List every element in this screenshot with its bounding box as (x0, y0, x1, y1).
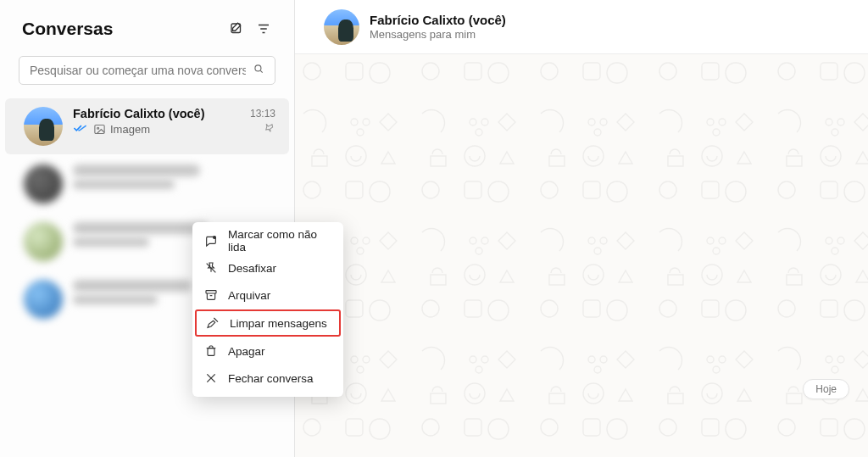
svg-point-4 (214, 237, 216, 239)
search-icon (253, 63, 264, 78)
sidebar: Conversas Fabrício Calixto (você) 13:13 (0, 0, 295, 457)
chat-time: 13:13 (250, 108, 275, 120)
sidebar-header: Conversas (0, 0, 294, 51)
svg-rect-13 (295, 54, 868, 457)
pin-icon (264, 122, 275, 137)
chat-header-subtitle: Mensagens para mim (370, 28, 506, 41)
unpin-icon (204, 261, 218, 275)
svg-rect-2 (95, 125, 104, 134)
svg-rect-6 (208, 348, 214, 356)
menu-label: Marcar como não lida (228, 228, 331, 254)
menu-clear-messages[interactable]: Limpar mensagens (195, 309, 341, 337)
menu-unpin[interactable]: Desafixar (192, 254, 343, 281)
blurred-text (73, 295, 158, 304)
doodle-background (295, 54, 868, 457)
search-field[interactable] (19, 56, 275, 85)
avatar (24, 280, 63, 319)
avatar (324, 9, 359, 45)
menu-close-chat[interactable]: Fechar conversa (192, 365, 343, 392)
chat-preview: Imagem (110, 123, 150, 136)
menu-label: Arquivar (228, 289, 270, 302)
avatar (24, 164, 63, 203)
chat-item-self[interactable]: Fabrício Calixto (você) 13:13 Imagem (5, 98, 289, 154)
svg-rect-5 (206, 291, 216, 293)
read-receipt-icon (73, 123, 87, 136)
menu-archive[interactable]: Arquivar (192, 281, 343, 309)
chat-unread-icon (204, 234, 218, 248)
date-divider: Hoje (803, 379, 849, 399)
compose-icon (229, 21, 244, 36)
filter-button[interactable] (250, 15, 277, 42)
chat-header-title: Fabrício Calixto (você) (370, 13, 506, 27)
svg-point-1 (255, 65, 261, 71)
main-panel: Fabrício Calixto (você) Mensagens para m… (295, 0, 868, 457)
chat-name: Fabrício Calixto (você) (73, 107, 250, 120)
menu-label: Fechar conversa (228, 372, 314, 385)
menu-label: Limpar mensagens (230, 317, 327, 330)
messages-area[interactable]: Hoje (295, 54, 868, 457)
menu-label: Desafixar (228, 262, 276, 275)
menu-mark-unread[interactable]: Marcar como não lida (192, 227, 343, 254)
broom-icon (206, 316, 220, 330)
blurred-text (73, 237, 149, 247)
sidebar-title: Conversas (22, 19, 223, 39)
archive-icon (204, 288, 218, 302)
svg-point-3 (97, 127, 99, 129)
new-chat-button[interactable] (223, 15, 250, 42)
chat-context-menu: Marcar como não lida Desafixar Arquivar … (192, 222, 343, 397)
chat-list: Fabrício Calixto (você) 13:13 Imagem (0, 93, 294, 457)
chat-item-blurred[interactable] (5, 156, 289, 212)
blurred-text (73, 222, 209, 234)
close-icon (204, 371, 218, 385)
chat-header[interactable]: Fabrício Calixto (você) Mensagens para m… (295, 0, 868, 54)
blurred-text (73, 280, 192, 292)
filter-icon (256, 21, 271, 36)
blurred-text (73, 180, 175, 189)
avatar (24, 222, 63, 261)
menu-label: Apagar (228, 345, 265, 358)
menu-delete[interactable]: Apagar (192, 337, 343, 365)
image-icon (93, 123, 106, 136)
trash-icon (204, 344, 218, 358)
avatar (24, 107, 63, 146)
search-input[interactable] (30, 64, 246, 77)
blurred-text (73, 164, 200, 176)
